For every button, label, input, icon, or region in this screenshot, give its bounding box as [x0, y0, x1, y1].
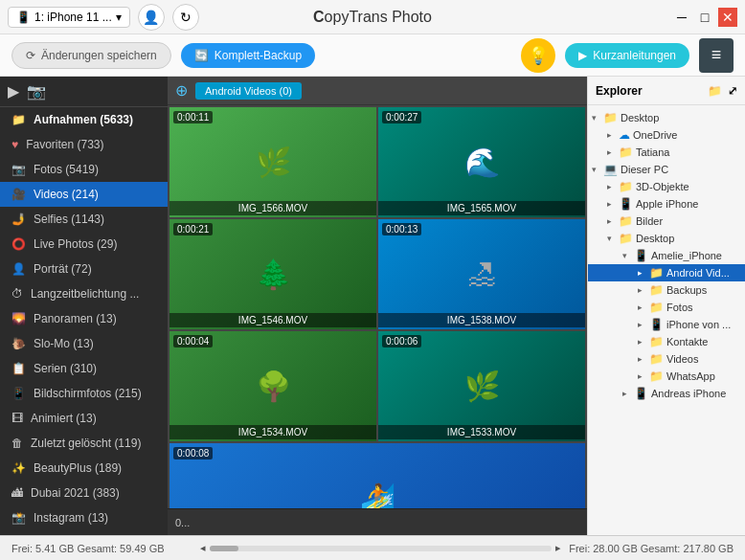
sidebar-item-aufnahmen[interactable]: 📁 Aufnahmen (5633)	[0, 107, 168, 132]
tree-item-desktop2[interactable]: ▾ 📁 Desktop	[588, 230, 745, 247]
expand-arrow: ▾	[607, 234, 617, 243]
sidebar-item-deleted[interactable]: 🗑 Zuletzt gelöscht (119)	[0, 431, 168, 456]
photo-item[interactable]: 🌊 0:00:27 IMG_1565.MOV	[378, 107, 585, 217]
sidebar-item-beautyplus[interactable]: ✨ BeautyPlus (189)	[0, 456, 168, 481]
tree-item-kontakte[interactable]: ▸ 📁 Kontakte	[588, 333, 745, 350]
scroll-left-arrow[interactable]: ◂	[200, 542, 206, 554]
sidebar-item-screenshots[interactable]: 📱 Bildschirmfotos (215)	[0, 381, 168, 406]
sidebar-item-longexposure[interactable]: ⏱ Langzeitbelichtung ...	[0, 281, 168, 306]
backup-label: Komplett-Backup	[214, 49, 302, 62]
sidebar-item-series[interactable]: 📋 Serien (310)	[0, 356, 168, 381]
folder-icon: 📁	[649, 352, 664, 366]
explorer-tree: ▾ 📁 Desktop ▸ ☁ OneDrive ▸ 📁 Tatiana	[588, 105, 745, 535]
tree-item-tatiana[interactable]: ▸ 📁 Tatiana	[588, 144, 745, 161]
folder-icon: 📁	[649, 370, 664, 383]
close-button[interactable]: ✕	[718, 8, 737, 27]
sidebar-item-videos[interactable]: 🎥 Videos (214)	[0, 182, 168, 207]
tree-item-android-vid[interactable]: ▸ 📁 Android Vid...	[588, 264, 745, 281]
lightbulb-icon: 💡	[528, 45, 549, 66]
aufnahmen-label: Aufnahmen (5633)	[34, 113, 133, 126]
minimize-button[interactable]: ─	[672, 8, 691, 27]
tree-item-fotos[interactable]: ▸ 📁 Fotos	[588, 299, 745, 316]
selfie-icon: 🤳	[11, 213, 26, 226]
sidebar-item-dubai[interactable]: 🏙 Dubai 2021 (383)	[0, 481, 168, 505]
menu-button[interactable]: ≡	[699, 38, 734, 73]
sidebar-item-portrait[interactable]: 👤 Porträt (72)	[0, 257, 168, 281]
new-folder-icon[interactable]: 📁	[708, 84, 722, 98]
tree-item-apple-iphone[interactable]: ▸ 📱 Apple iPhone	[588, 195, 745, 213]
sidebar-item-katzen[interactable]: 🐱 Katzen (11)	[0, 530, 168, 535]
sidebar-item-panorama[interactable]: 🌄 Panoramen (13)	[0, 306, 168, 331]
user-icon-btn[interactable]: 👤	[138, 4, 165, 31]
photo-duration: 0:00:06	[382, 335, 421, 347]
tree-item-onedrive[interactable]: ▸ ☁ OneDrive	[588, 126, 745, 144]
tab-label: Android Videos (0)	[205, 85, 292, 97]
backup-button[interactable]: 🔄 Komplett-Backup	[181, 43, 315, 68]
photo-duration: 0:00:04	[173, 335, 213, 347]
sidebar-item-animated[interactable]: 🎞 Animiert (13)	[0, 406, 168, 431]
expand-icon[interactable]: ⤢	[728, 84, 737, 98]
sidebar-item-slowmo[interactable]: 🐌 Slo-Mo (13)	[0, 331, 168, 356]
computer-icon: 💻	[603, 163, 618, 176]
center-header: ⊕ Android Videos (0)	[168, 77, 587, 105]
backup-icon: 🔄	[194, 49, 209, 62]
maximize-button[interactable]: □	[695, 8, 714, 27]
series-icon: 📋	[11, 362, 26, 375]
folder-icon: 📁	[649, 283, 664, 297]
save-changes-button[interactable]: ⟳ Änderungen speichern	[11, 42, 171, 69]
device-selector[interactable]: 📱 1: iPhone 11 ... ▾	[8, 7, 130, 28]
tree-item-3d-objekte[interactable]: ▸ 📁 3D-Objekte	[588, 178, 745, 195]
sidebar-camera-icon[interactable]: 📷	[27, 82, 46, 101]
center-footer: 0...	[168, 508, 587, 535]
tree-item-amelie-iphone[interactable]: ▾ 📱 Amelie_iPhone	[588, 247, 745, 264]
right-panel: Explorer 📁 ⤢ ▾ 📁 Desktop ▸ ☁ OneDrive	[587, 77, 745, 535]
sidebar-item-instagram[interactable]: 📸 Instagram (13)	[0, 505, 168, 530]
photo-duration: 0:00:21	[173, 223, 213, 235]
sidebar-play-icon[interactable]: ▶	[8, 82, 19, 101]
photo-duration: 0:00:13	[382, 223, 421, 235]
beauty-icon: ✨	[11, 461, 26, 475]
tree-item-videos-folder[interactable]: ▸ 📁 Videos	[588, 350, 745, 368]
scrollbar-area: ◂ ▸	[200, 542, 561, 554]
sidebar-item-selfies[interactable]: 🤳 Selfies (1143)	[0, 207, 168, 232]
expand-arrow: ▸	[607, 147, 617, 157]
sidebar-item-favorites[interactable]: ♥ Favoriten (733)	[0, 132, 168, 157]
aufnahmen-icon: 📁	[11, 113, 26, 126]
tree-item-whatsapp[interactable]: ▸ 📁 WhatsApp	[588, 368, 745, 385]
tree-item-bilder[interactable]: ▸ 📁 Bilder	[588, 213, 745, 230]
expand-arrow: ▸	[607, 199, 617, 209]
expand-arrow: ▸	[607, 216, 617, 226]
add-icon: ⊕	[175, 81, 188, 100]
tree-item-desktop1[interactable]: ▾ 📁 Desktop	[588, 109, 745, 126]
expand-arrow: ▸	[638, 285, 647, 295]
expand-arrow: ▸	[638, 371, 647, 381]
phone-icon: 📱	[634, 387, 648, 400]
photo-name: IMG_1566.MOV	[169, 201, 376, 215]
cloud-icon: ☁	[619, 128, 630, 142]
tree-item-backups[interactable]: ▸ 📁 Backups	[588, 281, 745, 299]
folder-icon: 📁	[619, 146, 633, 159]
shortcuts-button[interactable]: ▶ Kurzanleitungen	[565, 43, 689, 68]
photo-item[interactable]: 🌲 0:00:21 IMG_1546.MOV	[169, 219, 376, 329]
scroll-thumb[interactable]	[210, 546, 238, 551]
expand-arrow: ▸	[638, 320, 647, 329]
photo-item[interactable]: 🌿 0:00:11 IMG_1566.MOV	[169, 107, 376, 217]
sidebar-item-photos[interactable]: 📷 Fotos (5419)	[0, 157, 168, 182]
shortcuts-icon: ▶	[578, 49, 587, 62]
tree-item-dieser-pc[interactable]: ▾ 💻 Dieser PC	[588, 161, 745, 178]
tree-item-andreas-iphone[interactable]: ▸ 📱 Andreas iPhone	[588, 385, 745, 402]
android-videos-tab[interactable]: Android Videos (0)	[195, 82, 302, 100]
statusbar: Frei: 5.41 GB Gesamt: 59.49 GB ◂ ▸ Frei:…	[0, 535, 745, 560]
scroll-right-arrow[interactable]: ▸	[555, 542, 561, 554]
photo-item[interactable]: 🏄 0:00:08 IMG_1532.MOV Samstag, 22. Mai …	[169, 443, 585, 508]
photo-item[interactable]: 🌿 0:00:06 IMG_1533.MOV	[378, 331, 585, 441]
sidebar-item-live-photos[interactable]: ⭕ Live Photos (29)	[0, 232, 168, 257]
lightbulb-button[interactable]: 💡	[521, 38, 555, 73]
photo-item[interactable]: 🏖 0:00:13 IMG_1538.MOV	[378, 219, 585, 329]
photo-name: IMG_1546.MOV	[169, 313, 376, 327]
photo-item[interactable]: 🌳 0:00:04 IMG_1534.MOV	[169, 331, 376, 441]
scroll-track[interactable]	[210, 546, 552, 551]
tree-item-iphone-von[interactable]: ▸ 📱 iPhone von ...	[588, 316, 745, 333]
refresh-icon-btn[interactable]: ↻	[172, 4, 199, 31]
expand-arrow: ▸	[607, 182, 617, 191]
